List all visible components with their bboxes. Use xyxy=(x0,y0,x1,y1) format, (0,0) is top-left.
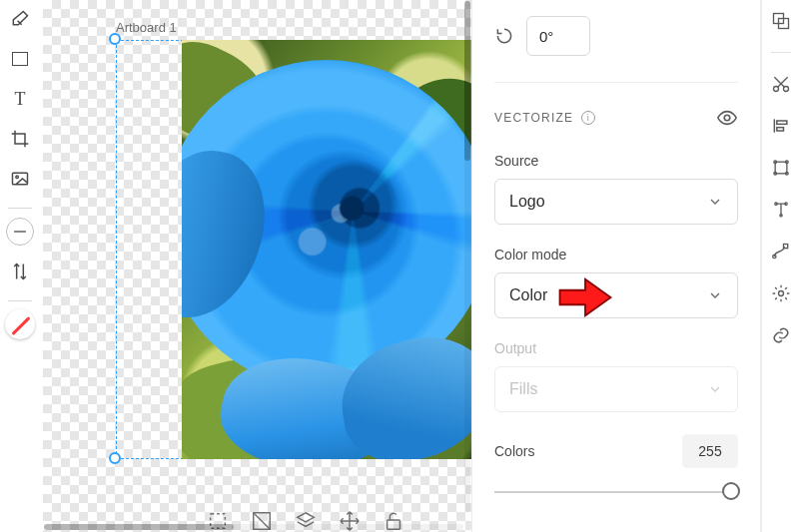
colors-count-input[interactable]: 255 xyxy=(682,434,738,468)
artwork-image[interactable] xyxy=(182,40,471,459)
source-select-value: Logo xyxy=(509,193,545,211)
selection-handle-bottom-left[interactable] xyxy=(109,452,121,464)
link-icon[interactable] xyxy=(766,320,796,350)
svg-rect-21 xyxy=(783,245,787,249)
svg-rect-12 xyxy=(775,162,787,174)
transform-icon[interactable] xyxy=(766,153,796,183)
rotation-input[interactable]: 0° xyxy=(526,16,590,56)
chevron-down-icon xyxy=(707,287,723,303)
properties-panel: 0° VECTORIZE i Source Logo Color mode Co… xyxy=(471,0,761,532)
svg-rect-10 xyxy=(776,121,786,124)
arrange-tool[interactable] xyxy=(3,255,37,288)
text-tool[interactable]: T xyxy=(3,82,37,116)
right-toolbar xyxy=(761,0,799,532)
canvas-scrollbar-vertical[interactable] xyxy=(464,1,470,512)
path-icon[interactable] xyxy=(766,237,796,266)
cut-icon[interactable] xyxy=(766,69,796,99)
combine-shapes-icon[interactable] xyxy=(766,6,796,36)
canvas-area[interactable]: Artboard 1 xyxy=(42,0,471,532)
output-select: Fills xyxy=(494,366,738,412)
info-icon[interactable]: i xyxy=(581,111,595,125)
rotate-ccw-icon[interactable] xyxy=(494,26,514,46)
colors-slider[interactable] xyxy=(494,480,738,504)
chevron-down-icon xyxy=(707,194,723,210)
artboard-label: Artboard 1 xyxy=(116,20,177,35)
svg-rect-0 xyxy=(13,173,28,185)
preview-toggle-icon[interactable] xyxy=(716,107,738,129)
colors-label: Colors xyxy=(494,443,534,459)
output-label: Output xyxy=(494,340,738,356)
output-select-value: Fills xyxy=(509,380,537,398)
color-mode-select[interactable]: Color xyxy=(494,272,738,318)
color-mode-label: Color mode xyxy=(494,247,738,263)
align-left-icon[interactable] xyxy=(766,111,796,141)
canvas-scrollbar-horizontal[interactable] xyxy=(44,524,463,530)
color-mode-select-value: Color xyxy=(509,286,547,304)
settings-icon[interactable] xyxy=(766,278,796,308)
svg-point-19 xyxy=(779,215,781,217)
image-tool[interactable] xyxy=(3,162,37,196)
source-select[interactable]: Logo xyxy=(494,179,738,225)
rectangle-tool[interactable] xyxy=(3,42,37,76)
svg-point-22 xyxy=(778,291,783,296)
stroke-width-tool[interactable] xyxy=(3,215,37,249)
svg-rect-11 xyxy=(776,128,783,131)
svg-point-5 xyxy=(724,115,730,121)
svg-point-1 xyxy=(16,176,18,179)
no-stroke-swatch[interactable] xyxy=(3,307,37,341)
vectorize-heading: VECTORIZE xyxy=(494,111,573,125)
left-toolbar: T xyxy=(0,0,40,532)
source-label: Source xyxy=(494,153,738,169)
slider-knob[interactable] xyxy=(722,482,740,500)
chevron-down-icon xyxy=(707,381,723,397)
type-transform-icon[interactable] xyxy=(766,195,796,225)
crop-tool[interactable] xyxy=(3,122,37,156)
eraser-tool[interactable] xyxy=(3,2,37,36)
selection-handle-top-left[interactable] xyxy=(109,33,121,45)
